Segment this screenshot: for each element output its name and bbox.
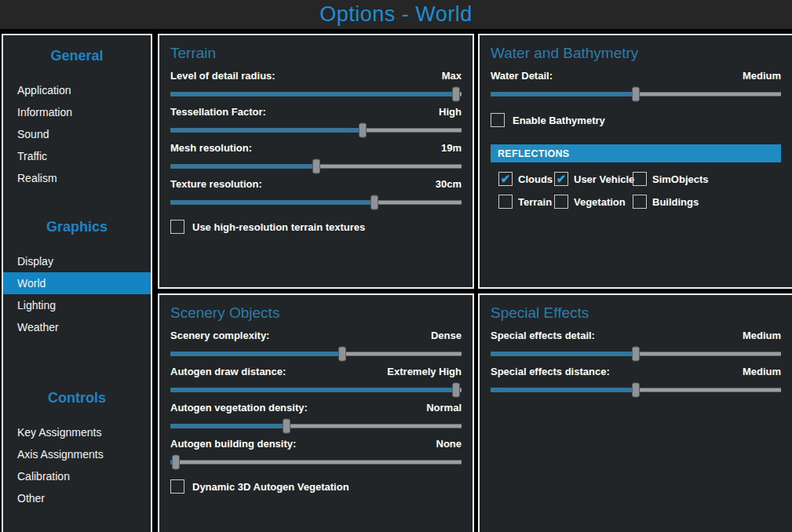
slider-scenery-complexity: Scenery complexity: Dense: [170, 329, 462, 362]
checkbox-user-vehicle[interactable]: ✔ User Vehicle: [554, 172, 633, 186]
sidebar-item-calibration[interactable]: Calibration: [3, 465, 151, 487]
slider-track[interactable]: [170, 159, 462, 174]
checkbox-enable-bathymetry[interactable]: ✔ Enable Bathymetry: [491, 113, 781, 127]
slider-label: Autogen draw distance:: [170, 365, 286, 379]
checkbox-label: Terrain: [518, 196, 552, 208]
sidebar-header-general: General: [3, 46, 151, 65]
slider-track[interactable]: [170, 382, 462, 398]
slider-track[interactable]: [170, 454, 462, 470]
slider-value: 30cm: [436, 177, 462, 191]
slider-value: None: [436, 437, 462, 451]
sidebar-item-lighting[interactable]: Lighting: [3, 294, 151, 316]
slider-label: Scenery complexity:: [170, 329, 269, 343]
checkbox-icon[interactable]: ✔: [498, 195, 513, 209]
checkbox-label: Use high-resolution terrain textures: [192, 221, 365, 233]
sidebar-header-graphics: Graphics: [3, 217, 151, 236]
panel-terrain: Terrain Level of detail radius: Max Tess…: [158, 34, 474, 289]
checkbox-use-high-resolution-terrain-textures[interactable]: ✔ Use high-resolution terrain textures: [170, 220, 462, 234]
sidebar-item-display[interactable]: Display: [3, 250, 151, 272]
panel-title-water: Water and Bathymetry: [491, 45, 781, 62]
slider-texture-resolution: Texture resolution: 30cm: [170, 177, 462, 210]
slider-thumb[interactable]: [632, 347, 640, 362]
checkbox-dynamic-3d-autogen-vegetation[interactable]: ✔ Dynamic 3D Autogen Vegetation: [170, 479, 462, 494]
panel-scenery-objects: Scenery Objects Scenery complexity: Dens…: [158, 293, 474, 532]
sidebar-item-world[interactable]: World: [3, 272, 151, 294]
checkbox-icon[interactable]: ✔: [170, 479, 184, 494]
slider-thumb[interactable]: [283, 419, 290, 434]
checkbox-icon[interactable]: ✔: [633, 172, 647, 186]
checkbox-icon[interactable]: ✔: [491, 113, 505, 127]
sidebar-list-general: Application Information Sound Traffic Re…: [3, 79, 151, 189]
sidebar-item-weather[interactable]: Weather: [3, 316, 151, 338]
slider-label: Autogen building density:: [170, 437, 296, 451]
checkbox-label: SimObjects: [652, 173, 709, 185]
checkbox-simobjects[interactable]: ✔ SimObjects: [633, 172, 781, 186]
sidebar-item-key-assignments[interactable]: Key Assignments: [3, 421, 151, 443]
slider-track[interactable]: [170, 346, 462, 362]
slider-tessellation-factor: Tessellation Factor: High: [170, 105, 462, 138]
checkbox-icon[interactable]: ✔: [498, 172, 513, 186]
sidebar: General Application Information Sound Tr…: [2, 34, 152, 532]
slider-value: Medium: [743, 329, 781, 343]
sidebar-item-axis-assignments[interactable]: Axis Assignments: [3, 443, 151, 465]
slider-thumb[interactable]: [312, 159, 320, 174]
sidebar-item-traffic[interactable]: Traffic: [3, 145, 151, 167]
checkbox-label: Vegetation: [574, 196, 626, 208]
slider-track[interactable]: [491, 382, 781, 398]
checkbox-label: Clouds: [518, 173, 553, 185]
checkbox-icon[interactable]: ✔: [554, 195, 568, 209]
slider-track[interactable]: [170, 86, 462, 102]
checkbox-buildings[interactable]: ✔ Buildings: [633, 195, 781, 209]
sidebar-header-controls: Controls: [3, 388, 151, 407]
slider-label: Level of detail radius:: [170, 69, 276, 83]
slider-label: Mesh resolution:: [170, 141, 252, 155]
checkbox-terrain[interactable]: ✔ Terrain: [498, 195, 554, 209]
checkbox-label: Dynamic 3D Autogen Vegetation: [192, 481, 349, 493]
slider-track[interactable]: [491, 346, 781, 362]
slider-thumb[interactable]: [632, 87, 640, 102]
sidebar-item-other[interactable]: Other: [3, 487, 151, 509]
checkbox-label: User Vehicle: [574, 173, 634, 185]
checkbox-clouds[interactable]: ✔ Clouds: [498, 172, 554, 186]
slider-thumb[interactable]: [452, 87, 460, 102]
checkbox-icon[interactable]: ✔: [633, 195, 647, 209]
slider-special-effects-detail: Special effects detail: Medium: [491, 329, 781, 362]
slider-value: Normal: [426, 401, 462, 415]
slider-value: High: [439, 105, 462, 119]
slider-value: Extremely High: [387, 365, 462, 379]
page-title: Options - World: [319, 2, 473, 27]
slider-thumb[interactable]: [370, 195, 378, 210]
slider-thumb[interactable]: [338, 347, 346, 362]
slider-autogen-vegetation-density: Autogen vegetation density: Normal: [170, 401, 462, 434]
slider-mesh-resolution: Mesh resolution: 19m: [170, 141, 462, 174]
slider-track[interactable]: [170, 122, 462, 138]
panel-title-terrain: Terrain: [170, 45, 462, 62]
reflections-options: ✔ Clouds ✔ User Vehicle ✔ SimObjects ✔ T…: [498, 172, 781, 209]
sidebar-item-realism[interactable]: Realism: [3, 167, 151, 189]
slider-special-effects-distance: Special effects distance: Medium: [491, 365, 781, 398]
panel-special-effects: Special Effects Special effects detail: …: [478, 293, 792, 532]
checkbox-vegetation[interactable]: ✔ Vegetation: [554, 195, 633, 209]
panel-water-and-bathymetry: Water and Bathymetry Water Detail: Mediu…: [478, 34, 792, 289]
sidebar-item-application[interactable]: Application: [3, 79, 151, 101]
panel-title-effects: Special Effects: [491, 304, 781, 322]
checkbox-icon[interactable]: ✔: [554, 172, 568, 186]
title-bar: Options - World: [0, 0, 792, 29]
slider-thumb[interactable]: [359, 123, 367, 138]
slider-thumb[interactable]: [172, 455, 180, 470]
slider-track[interactable]: [491, 86, 781, 102]
slider-autogen-draw-distance: Autogen draw distance: Extremely High: [170, 365, 462, 398]
slider-value: 19m: [441, 141, 462, 155]
slider-thumb[interactable]: [632, 383, 640, 398]
reflections-header-bar: REFLECTIONS: [491, 144, 781, 162]
slider-value: Dense: [431, 329, 462, 343]
sidebar-item-sound[interactable]: Sound: [3, 123, 151, 145]
slider-track[interactable]: [170, 195, 462, 210]
checkbox-icon[interactable]: ✔: [170, 220, 184, 234]
slider-track[interactable]: [170, 418, 462, 434]
slider-value: Medium: [743, 69, 781, 83]
panel-title-scenery: Scenery Objects: [170, 304, 462, 322]
checkbox-label: Enable Bathymetry: [513, 115, 605, 126]
sidebar-item-information[interactable]: Information: [3, 101, 151, 123]
slider-thumb[interactable]: [452, 383, 460, 398]
